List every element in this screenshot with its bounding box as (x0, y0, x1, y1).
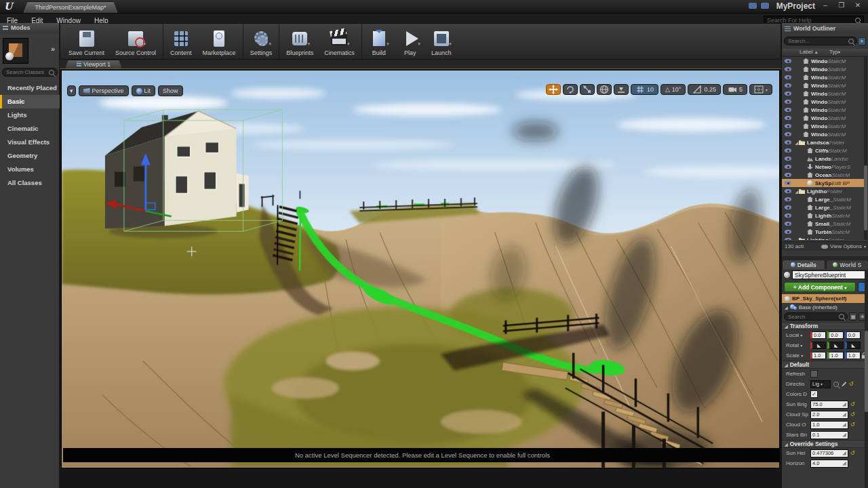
scale-x-field[interactable]: 1.0 (810, 352, 826, 359)
surface-snap-button[interactable] (614, 84, 629, 95)
rotation-z-field[interactable]: ◣ (845, 342, 861, 349)
outliner-row[interactable]: WindoStaticM (782, 122, 865, 130)
outliner-row[interactable]: WindoStaticM (782, 65, 865, 73)
lit-mode-button[interactable]: Lit (132, 85, 156, 96)
expand-arrow-icon[interactable]: ◢ (793, 140, 798, 145)
base-inherited-row[interactable]: ◢ Base (Inherited) (782, 303, 868, 311)
bug-report-bubble-icon[interactable] (761, 3, 769, 9)
minimize-button[interactable]: – (821, 1, 830, 9)
visibility-eye-icon[interactable] (785, 100, 791, 104)
visibility-eye-icon[interactable] (785, 132, 791, 136)
modes-expand-button[interactable]: » (51, 45, 55, 53)
scale-tool-button[interactable] (580, 84, 595, 95)
maximize-viewport-button[interactable]: ▾ (749, 84, 772, 95)
visibility-eye-icon[interactable] (785, 181, 791, 185)
visibility-eye-icon[interactable] (785, 116, 791, 120)
toolbar-button[interactable]: ▾ Build (361, 24, 395, 59)
toolbar-button[interactable]: Save Current (63, 24, 110, 59)
toolbar-button[interactable]: ▾ Launch (426, 24, 457, 59)
modes-category-item[interactable]: Geometry (0, 149, 60, 163)
tab-world-settings[interactable]: World S (826, 260, 868, 269)
visibility-eye-icon[interactable] (785, 238, 791, 240)
visibility-eye-icon[interactable] (785, 157, 791, 161)
scrollbar-thumb[interactable] (864, 165, 867, 230)
outliner-search-input[interactable]: Search... (784, 37, 857, 45)
outliner-row[interactable]: LighthStaticM (782, 211, 865, 220)
toolbar-button[interactable]: Marketplace (197, 24, 241, 59)
visibility-eye-icon[interactable] (785, 230, 791, 234)
modes-category-item[interactable]: Lights (0, 108, 60, 122)
modes-category-item[interactable]: Recently Placed (0, 81, 60, 95)
visibility-eye-icon[interactable] (785, 173, 791, 177)
outliner-row[interactable]: ◢ LighthoFolder (782, 187, 865, 195)
viewport-tab[interactable]: Viewport 1 (65, 60, 122, 68)
visibility-eye-icon[interactable] (785, 189, 791, 193)
camera-speed-value[interactable]: 5 (739, 86, 743, 93)
location-x-field[interactable]: 0.0 (810, 331, 826, 339)
visibility-eye-icon[interactable] (785, 214, 791, 218)
close-button[interactable]: ✕ (853, 1, 863, 9)
visibility-eye-icon[interactable] (785, 222, 791, 226)
outliner-row[interactable]: WindoStaticM (782, 73, 865, 81)
modes-category-item[interactable]: Volumes (0, 163, 60, 176)
horizon-falloff-field[interactable]: 4.0 (810, 460, 848, 468)
outliner-row[interactable]: WindoStaticM (782, 89, 865, 98)
modes-category-item[interactable]: All Classes (0, 176, 60, 190)
component-self-row[interactable]: BP_Sky_Sphere(self) (782, 294, 868, 303)
colors-checkbox[interactable]: ✓ (810, 390, 818, 398)
viewport-3d-scene[interactable]: ▾ Perspective Lit Show (61, 70, 780, 468)
outliner-scrollbar[interactable] (864, 57, 867, 240)
show-button[interactable]: Show (158, 85, 183, 96)
modes-category-item[interactable]: Cinematic (0, 122, 60, 136)
rotation-snap-value[interactable]: 10° (672, 86, 682, 93)
visibility-eye-icon[interactable] (785, 205, 791, 209)
outliner-row[interactable]: WindoStaticM (782, 114, 865, 122)
scale-snap-button[interactable]: 0.25 (688, 84, 721, 95)
outliner-add-button[interactable]: + (858, 37, 866, 45)
sun-height-field[interactable]: 0.477306 (810, 449, 848, 458)
toolbar-button[interactable]: Content (163, 24, 197, 59)
expand-arrow-icon[interactable]: ◢ (793, 238, 798, 241)
column-label[interactable]: Label ▲ (782, 49, 829, 56)
visibility-eye-icon[interactable] (785, 83, 791, 87)
outliner-row[interactable]: Large_StaticM (782, 195, 865, 203)
location-label[interactable]: Local ▾ (786, 332, 809, 338)
modes-category-item[interactable]: Basic (0, 95, 60, 108)
reset-to-default-icon[interactable]: ↺ (848, 381, 854, 387)
scrollbar-thumb[interactable] (865, 331, 868, 412)
toolbar-button[interactable]: ▾ Play (395, 24, 426, 59)
outliner-row[interactable]: ◢ LightingFolder (782, 236, 865, 240)
scale-snap-value[interactable]: 0.25 (704, 86, 716, 93)
visibility-eye-icon[interactable] (785, 75, 791, 79)
visibility-eye-icon[interactable] (785, 148, 791, 152)
camera-speed-button[interactable]: 5 (723, 84, 747, 95)
level-tab[interactable]: ThirdPersonExampleMap* (23, 1, 118, 13)
outliner-row[interactable]: Cliffs StaticM (782, 146, 865, 155)
visibility-eye-icon[interactable] (785, 124, 791, 128)
modes-panel-header[interactable]: Modes (0, 23, 59, 34)
spin-handle-icon[interactable] (842, 413, 846, 417)
grid-snap-button[interactable]: 10 (631, 84, 658, 95)
viewport-options-dropdown[interactable]: ▾ (67, 85, 76, 96)
visibility-eye-icon[interactable] (785, 67, 791, 71)
reset-to-default-icon[interactable]: ↺ (850, 422, 855, 428)
modes-search-input[interactable]: Search Classes (2, 68, 58, 77)
visibility-eye-icon[interactable] (785, 197, 791, 201)
world-outliner-header[interactable]: World Outliner (782, 23, 868, 34)
cloud-speed-field[interactable]: 2.0 (810, 411, 848, 419)
location-z-field[interactable]: 0.0 (845, 331, 861, 339)
perspective-button[interactable]: Perspective (79, 85, 129, 96)
default-section-header[interactable]: ◢ Default (782, 361, 868, 369)
add-component-button[interactable]: + Add Component ▾ (784, 282, 856, 292)
rotation-snap-button[interactable]: △ 10° (660, 84, 686, 95)
outliner-row[interactable]: Small_StaticM (782, 220, 865, 228)
outliner-row[interactable]: OceanStaticM (782, 171, 865, 179)
outliner-row[interactable]: WindoStaticM (782, 98, 865, 106)
outliner-row[interactable]: WindoStaticM (782, 130, 865, 138)
cloud-opacity-field[interactable]: 1.0 (810, 421, 848, 429)
stars-brightness-field[interactable]: 0.1 (810, 431, 848, 439)
location-y-field[interactable]: 0.0 (827, 331, 843, 339)
transform-section-header[interactable]: ◢ Transform (782, 322, 868, 330)
move-tool-button[interactable] (546, 84, 561, 95)
reset-to-default-icon[interactable]: ↺ (850, 450, 855, 456)
